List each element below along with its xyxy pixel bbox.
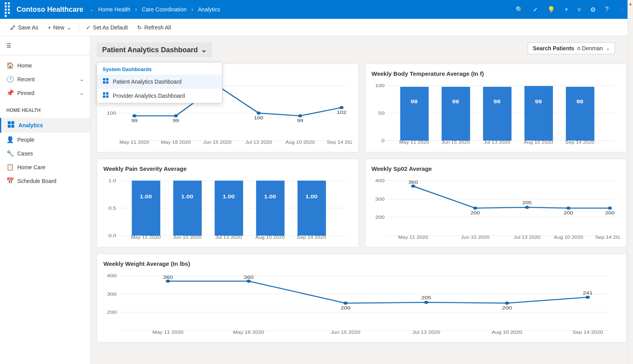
body-temp-chart-card: Weekly Body Temperature Average (In f) 1… <box>365 64 627 152</box>
dashboard-title-button[interactable]: Patient Analytics Dashboard ⌄ <box>97 42 212 57</box>
svg-rect-42 <box>441 87 470 141</box>
app-waffle-icon[interactable] <box>5 2 12 17</box>
svg-text:Jul 13 2020: Jul 13 2020 <box>514 235 541 240</box>
svg-rect-6 <box>103 81 105 84</box>
brand-name: Contoso Healthcare <box>17 5 83 14</box>
refresh-all-button[interactable]: ↻ Refresh All <box>133 22 175 33</box>
svg-rect-9 <box>106 92 108 95</box>
set-as-default-button[interactable]: ✓ Set As Default <box>82 22 132 33</box>
save-as-icon: 🖉 <box>10 24 16 31</box>
svg-point-20 <box>257 112 261 115</box>
checkmark-icon: ✓ <box>86 24 91 31</box>
weight-chart-title: Weekly Weight Average (In lbs) <box>103 260 620 267</box>
svg-point-107 <box>246 280 251 283</box>
dropdown-item-provider-analytics[interactable]: Provider Analytics Dashboard <box>97 89 222 103</box>
svg-text:98: 98 <box>576 99 583 104</box>
cases-icon: 🔧 <box>6 150 13 157</box>
svg-rect-0 <box>8 121 11 124</box>
svg-point-85 <box>473 207 477 210</box>
sidebar-item-people[interactable]: 👤 People <box>0 133 90 146</box>
top-nav: Contoso Healthcare ⌄ Home Health › Care … <box>0 0 633 19</box>
sidebar-item-cases[interactable]: 🔧 Cases <box>0 146 90 160</box>
body-temp-svg: 100 50 0 98 98 98 99 <box>372 82 620 145</box>
svg-point-86 <box>525 206 529 209</box>
lightbulb-icon[interactable]: 💡 <box>545 4 558 15</box>
svg-rect-43 <box>483 87 511 141</box>
dropdown-section-label: System Dashboards <box>97 62 222 75</box>
filter-icon[interactable]: ▿ <box>575 4 583 15</box>
svg-text:360: 360 <box>244 275 253 280</box>
user-chevron-icon[interactable]: ⌄ <box>606 46 610 51</box>
svg-rect-41 <box>400 87 428 141</box>
svg-text:Sep 14 2020: Sep 14 2020 <box>595 235 620 240</box>
nav-separator: › <box>135 6 137 13</box>
svg-text:200: 200 <box>375 215 384 220</box>
svg-text:0.0: 0.0 <box>108 233 116 238</box>
svg-text:May 18 2020: May 18 2020 <box>233 330 264 335</box>
svg-point-111 <box>585 296 590 299</box>
new-chevron-icon: ⌄ <box>67 24 72 31</box>
user-denman-label: n Denman <box>577 45 603 51</box>
sidebar-item-pinned[interactable]: 📌 Pinned ⌄ <box>0 86 90 100</box>
hamburger-button[interactable]: ☰ <box>0 39 90 52</box>
help-icon[interactable]: ? <box>603 4 611 15</box>
settings-icon[interactable]: ⚙ <box>588 4 598 15</box>
svg-rect-44 <box>524 86 552 141</box>
svg-text:98: 98 <box>411 99 418 104</box>
weight-chart-area: 400 300 200 360 360 200 205 200 <box>103 272 620 336</box>
sidebar-item-recent[interactable]: 🕐 Recent ⌄ <box>0 72 90 86</box>
svg-rect-63 <box>173 181 202 236</box>
svg-text:Jul 13 2020: Jul 13 2020 <box>483 140 510 145</box>
sidebar-group-label: Home Health <box>0 103 90 115</box>
svg-text:Jul 13 2020: Jul 13 2020 <box>412 330 440 335</box>
svg-text:100: 100 <box>107 111 116 116</box>
pinned-icon: 📌 <box>6 89 13 97</box>
weight-chart-card: Weekly Weight Average (In lbs) 400 300 2… <box>97 254 627 342</box>
sidebar-item-home[interactable]: 🏠 Home <box>0 59 90 72</box>
pain-severity-chart-title: Weekly Pain Severity Average <box>103 165 352 172</box>
brand-chevron-icon[interactable]: ⌄ <box>90 7 94 12</box>
svg-rect-3 <box>11 125 14 128</box>
dropdown-item-patient-analytics[interactable]: Patient Analytics Dashboard <box>97 75 222 89</box>
nav-home-health[interactable]: Home Health <box>98 6 130 13</box>
svg-text:99: 99 <box>131 118 138 123</box>
sidebar-item-analytics[interactable]: Analytics <box>0 118 90 133</box>
svg-point-21 <box>298 114 302 117</box>
svg-text:Jul 13 2020: Jul 13 2020 <box>245 140 272 145</box>
hamburger-icon: ☰ <box>6 42 11 49</box>
svg-text:1.00: 1.00 <box>140 194 152 199</box>
sidebar-item-homecare[interactable]: 📋 Home Care <box>0 160 90 174</box>
svg-text:Jun 15 2020: Jun 15 2020 <box>331 330 361 335</box>
charts-middle-row: Weekly Pain Severity Average 1.0 0.5 0.0 <box>97 159 627 247</box>
body-temp-chart-title: Weekly Body Temperature Average (In f) <box>372 70 620 77</box>
svg-rect-8 <box>103 92 105 95</box>
svg-rect-7 <box>106 81 108 84</box>
svg-text:Aug 10 2020: Aug 10 2020 <box>255 235 285 240</box>
svg-text:205: 205 <box>522 200 532 205</box>
scroll-up-arrow[interactable]: ▲ <box>629 0 633 7</box>
refresh-icon: ↻ <box>137 24 142 31</box>
new-button[interactable]: + New ⌄ <box>44 22 75 33</box>
svg-text:May 11 2020: May 11 2020 <box>399 140 429 145</box>
svg-text:205: 205 <box>421 295 431 300</box>
home-icon: 🏠 <box>6 62 13 69</box>
plus-icon[interactable]: + <box>562 4 571 15</box>
svg-text:Jun 15 2020: Jun 15 2020 <box>461 235 490 240</box>
svg-rect-10 <box>103 95 105 98</box>
svg-point-18 <box>174 114 178 117</box>
search-icon[interactable]: 🔍 <box>513 4 526 15</box>
svg-text:360: 360 <box>408 180 418 185</box>
user-icon[interactable]: 👤 <box>616 4 628 15</box>
svg-text:1.00: 1.00 <box>181 194 193 199</box>
svg-text:May 11 2020: May 11 2020 <box>119 140 150 145</box>
spo2-chart-title: Weekly Sp02 Average <box>372 165 620 172</box>
clock-check-icon[interactable]: ✓ <box>530 4 540 15</box>
svg-text:98: 98 <box>452 99 459 104</box>
svg-text:200: 200 <box>341 305 350 311</box>
nav-analytics[interactable]: Analytics <box>198 6 220 13</box>
svg-text:May 11 2020: May 11 2020 <box>398 235 428 240</box>
svg-text:Aug 10 2020: Aug 10 2020 <box>285 140 315 145</box>
sidebar-item-schedule-board[interactable]: 📅 Schedule Board <box>0 174 90 188</box>
save-as-button[interactable]: 🖉 Save As <box>6 22 42 33</box>
nav-care-coordination[interactable]: Care Coordination <box>142 6 187 13</box>
